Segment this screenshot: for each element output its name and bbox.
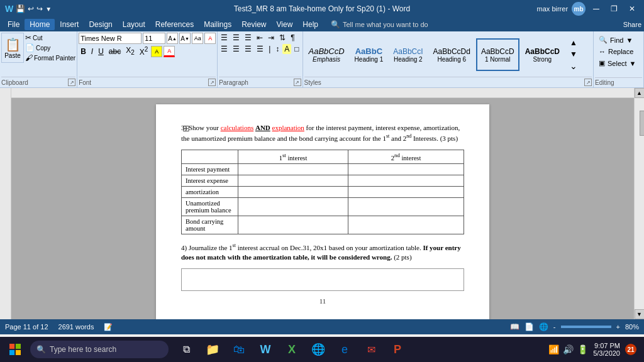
menu-review[interactable]: Review	[236, 19, 271, 30]
journal-entry-box[interactable]	[181, 268, 464, 291]
format-painter-btn[interactable]: 🖌 Format Painter	[25, 53, 75, 62]
taskbar-search[interactable]: 🔍 Type here to search	[30, 341, 169, 358]
font-clear-btn[interactable]: A	[204, 33, 216, 44]
find-btn[interactable]: 🔍 Find ▼	[597, 35, 634, 45]
styles-scroll-up[interactable]: ▲	[568, 38, 579, 48]
clock[interactable]: 9:07 PM 5/3/2020	[593, 342, 620, 357]
zoom-in-btn[interactable]: +	[616, 323, 620, 331]
minimize-btn[interactable]: ─	[589, 4, 603, 14]
paste-btn[interactable]: 📋 Paste	[1, 33, 24, 63]
chrome-btn[interactable]: 🌐	[306, 338, 331, 361]
font-color-btn[interactable]: A	[164, 46, 175, 57]
document-scroll[interactable]: ⊞ 3) Show your calculations AND explanat…	[11, 88, 634, 319]
menu-references[interactable]: References	[150, 19, 199, 30]
save-icon[interactable]: 💾	[16, 4, 25, 13]
zoom-slider[interactable]	[561, 326, 611, 328]
styles-section: AaBbCcD Emphasis AaBbC Heading 1 AaBbCcI…	[303, 31, 594, 87]
task-view-btn[interactable]: ⧉	[174, 338, 199, 361]
font-grow-btn[interactable]: A▲	[167, 33, 178, 44]
view-web-btn[interactable]: 🌐	[539, 322, 548, 331]
cut-btn[interactable]: ✂ Cut	[25, 33, 75, 42]
menu-home[interactable]: Home	[25, 19, 55, 30]
superscript-btn[interactable]: X2	[138, 45, 150, 57]
multilevel-btn[interactable]: ☰	[243, 33, 253, 43]
styles-more[interactable]: ⌄	[568, 60, 579, 72]
menu-layout[interactable]: Layout	[118, 19, 150, 30]
zoom-out-btn[interactable]: -	[553, 323, 556, 331]
redo-icon[interactable]: ↪	[36, 4, 43, 13]
line-spacing-btn[interactable]: ↕	[274, 44, 281, 54]
menu-mailings[interactable]: Mailings	[199, 19, 236, 30]
edge-btn[interactable]: e	[332, 338, 357, 361]
increase-indent-btn[interactable]: ⇥	[266, 33, 276, 43]
style-strong[interactable]: AaBbCcD Strong	[521, 38, 564, 71]
border-btn[interactable]: □	[292, 44, 301, 54]
menu-view[interactable]: View	[272, 19, 298, 30]
restore-btn[interactable]: ❐	[607, 4, 621, 13]
share-btn[interactable]: Share	[623, 21, 641, 28]
align-center-btn[interactable]: ☰	[231, 44, 242, 54]
replace-btn[interactable]: ↔ Replace	[597, 47, 635, 56]
italic-btn[interactable]: I	[89, 47, 95, 57]
excel-btn[interactable]: X	[279, 338, 304, 361]
customize-icon[interactable]: ▼	[45, 6, 52, 13]
undo-icon[interactable]: ↩	[28, 4, 34, 13]
scroll-up-btn[interactable]: ▲	[635, 88, 645, 98]
store-btn[interactable]: 🛍	[226, 338, 252, 361]
style-heading6[interactable]: AaBbCcDd Heading 6	[429, 38, 475, 71]
para-expand[interactable]: ↗	[294, 79, 301, 86]
word-icon: W	[5, 4, 13, 14]
menu-insert[interactable]: Insert	[55, 19, 84, 30]
font-shrink-btn[interactable]: A▼	[179, 33, 191, 44]
align-left-btn[interactable]: ☰	[219, 44, 230, 54]
scroll-thumb[interactable]	[640, 111, 645, 136]
style-heading1[interactable]: AaBbC Heading 1	[350, 38, 388, 71]
vertical-scrollbar[interactable]: ▲ ▼	[634, 88, 644, 319]
zoom-level: 80%	[625, 323, 639, 331]
file-explorer-btn[interactable]: 📁	[200, 338, 225, 361]
powerpoint-btn[interactable]: P	[385, 338, 410, 361]
strikethrough-btn[interactable]: abc	[107, 47, 123, 57]
battery-icon[interactable]: 🔋	[577, 344, 588, 354]
notification-badge[interactable]: 21	[625, 344, 636, 355]
font-expand[interactable]: ↗	[208, 79, 216, 86]
bold-btn[interactable]: B	[79, 47, 88, 57]
subscript-btn[interactable]: X2	[124, 45, 136, 57]
tell-me-search[interactable]: Tell me what you want to do	[343, 21, 428, 28]
volume-icon[interactable]: 🔊	[563, 344, 574, 354]
decrease-indent-btn[interactable]: ⇤	[255, 33, 265, 43]
styles-expand[interactable]: ↗	[584, 79, 592, 86]
menu-design[interactable]: Design	[84, 19, 117, 30]
select-btn[interactable]: ▣ Select ▼	[597, 58, 637, 68]
styles-scroll-down[interactable]: ▼	[568, 49, 579, 59]
view-read-btn[interactable]: 📖	[510, 322, 519, 331]
font-case-btn[interactable]: Aa	[192, 33, 203, 44]
justify-btn[interactable]: ☰	[255, 44, 265, 54]
copy-btn[interactable]: 📄 Copy	[25, 43, 75, 52]
font-family-input[interactable]	[79, 33, 142, 44]
bullets-btn[interactable]: ☰	[219, 33, 230, 43]
style-normal[interactable]: AaBbCcD 1 Normal	[476, 38, 519, 71]
scroll-down-btn[interactable]: ▼	[635, 309, 645, 319]
menu-file[interactable]: File	[3, 19, 25, 30]
align-right-btn[interactable]: ☰	[243, 44, 253, 54]
font-size-input[interactable]	[143, 33, 165, 44]
numbering-btn[interactable]: ☰	[231, 33, 242, 43]
text-highlight-btn[interactable]: A	[151, 46, 162, 57]
style-heading2[interactable]: AaBbCcI Heading 2	[389, 38, 427, 71]
show-marks-btn[interactable]: ¶	[289, 33, 296, 43]
close-btn[interactable]: ✕	[625, 4, 639, 13]
style-emphasis[interactable]: AaBbCcD Emphasis	[304, 38, 349, 71]
clipboard-expand[interactable]: ↗	[68, 79, 75, 86]
network-icon[interactable]: 📶	[548, 344, 559, 354]
menu-help[interactable]: Help	[297, 19, 323, 30]
column-btn[interactable]: |	[267, 44, 272, 54]
word-taskbar-btn[interactable]: W	[253, 338, 278, 361]
view-print-btn[interactable]: 📄	[525, 322, 534, 331]
sort-btn[interactable]: ⇅	[277, 33, 287, 43]
mail-btn[interactable]: ✉	[358, 338, 384, 361]
underline-btn[interactable]: U	[96, 47, 106, 57]
row-interest-payment-col2	[348, 163, 464, 175]
shading-btn[interactable]: A	[282, 44, 291, 54]
start-btn[interactable]	[3, 338, 28, 361]
